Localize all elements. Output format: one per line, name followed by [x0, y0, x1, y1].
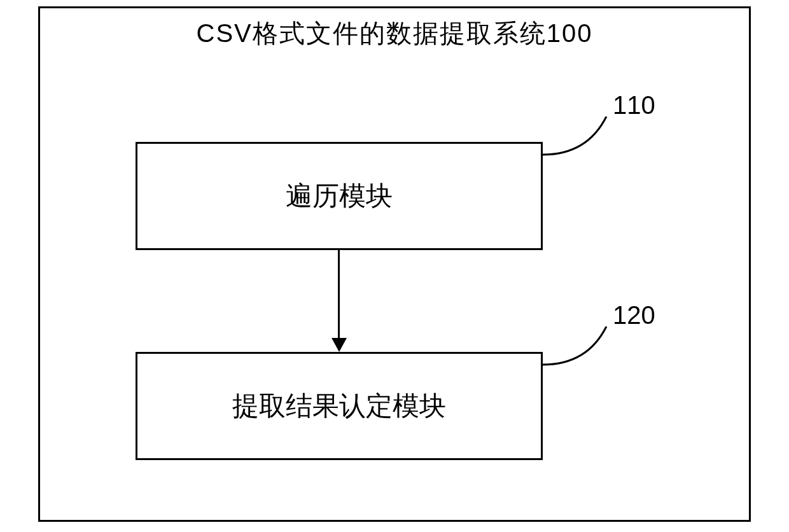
callout-curve-1: [543, 116, 619, 167]
box-traverse-module: 遍历模块: [136, 142, 543, 250]
ref-label-1: 110: [613, 91, 655, 120]
arrow-head-icon: [332, 338, 347, 352]
box-label: 提取结果认定模块: [232, 388, 446, 424]
callout-curve-2: [543, 326, 619, 377]
diagram-title: CSV格式文件的数据提取系统100: [40, 16, 749, 51]
arrow-shaft: [338, 250, 340, 339]
box-label: 遍历模块: [286, 178, 393, 214]
diagram-frame: CSV格式文件的数据提取系统100 遍历模块 110 提取结果认定模块 120: [38, 6, 751, 522]
ref-label-2: 120: [613, 301, 655, 330]
box-extract-result-module: 提取结果认定模块: [136, 352, 543, 460]
